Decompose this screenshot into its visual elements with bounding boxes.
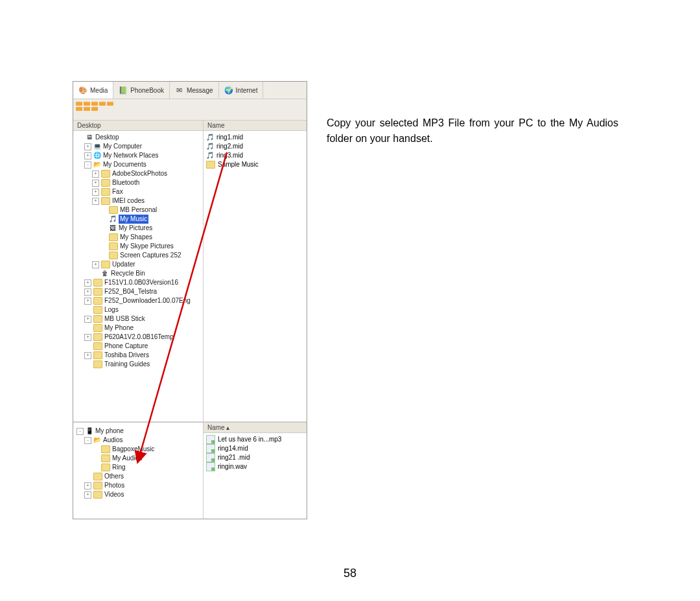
folder-icon bbox=[93, 306, 102, 314]
tree-node[interactable]: +Toshiba Drivers bbox=[75, 351, 202, 360]
expand-toggle-icon[interactable]: + bbox=[84, 279, 91, 287]
folder-icon bbox=[93, 297, 102, 305]
tree-node[interactable]: +🌐My Network Places bbox=[75, 151, 202, 160]
tree-node[interactable]: 🎵My Music bbox=[75, 215, 202, 224]
tab-media-label: Media bbox=[90, 87, 108, 94]
expand-toggle-icon[interactable]: + bbox=[92, 180, 99, 187]
message-icon: ✉ bbox=[175, 86, 184, 95]
tree-node[interactable]: +Bluetooth bbox=[75, 178, 202, 187]
folder-icon bbox=[93, 351, 102, 359]
tab-internet-label: Internet bbox=[236, 87, 258, 94]
file-name: ring2.mid bbox=[216, 142, 243, 151]
folder-icon bbox=[101, 261, 110, 268]
tree-node[interactable]: MB Personal bbox=[75, 206, 202, 215]
tree-node[interactable]: My Skype Pictures bbox=[75, 242, 202, 251]
tree-node[interactable]: Phone Capture bbox=[75, 342, 202, 351]
folder-icon bbox=[93, 473, 102, 480]
tab-phonebook[interactable]: 📗 PhoneBook bbox=[113, 82, 170, 99]
tree-label: My phone bbox=[95, 427, 124, 436]
tree-node[interactable]: +Updater bbox=[75, 260, 202, 269]
tree-label: Ring bbox=[112, 463, 126, 472]
phone-tree[interactable]: -📱My phone-📂AudiosBagpoxeMusicMy AudiosR… bbox=[73, 423, 203, 501]
tree-node[interactable]: +IMEI codes bbox=[75, 196, 202, 206]
expand-toggle-icon[interactable]: - bbox=[76, 428, 84, 435]
tree-node[interactable]: BagpoxeMusic bbox=[75, 445, 202, 454]
folder-icon bbox=[93, 482, 102, 489]
file-name: ring21 .mid bbox=[218, 453, 250, 462]
expand-toggle-icon[interactable]: + bbox=[84, 334, 91, 341]
tree-label: Bluetooth bbox=[112, 178, 139, 187]
expand-toggle-icon[interactable]: + bbox=[84, 316, 91, 323]
phone-file-list-header[interactable]: Name ▴ bbox=[204, 423, 307, 433]
audio-file-icon bbox=[206, 462, 215, 471]
expand-toggle-icon[interactable]: + bbox=[84, 482, 91, 489]
tree-label: My Pictures bbox=[119, 224, 152, 233]
tree-node[interactable]: +MB USB Stick bbox=[75, 314, 202, 324]
tree-label: F252_B04_Telstra bbox=[104, 287, 157, 296]
file-item[interactable]: 🎵ring1.mid bbox=[206, 133, 304, 142]
tree-node[interactable]: +Fax bbox=[75, 187, 202, 196]
tab-internet[interactable]: 🌍 Internet bbox=[219, 82, 264, 99]
expand-toggle-icon[interactable]: + bbox=[84, 491, 91, 499]
tree-label: MB USB Stick bbox=[104, 314, 145, 324]
tree-node[interactable]: -📱My phone bbox=[75, 427, 202, 436]
tree-node[interactable]: +F151V1.0.0B03Version16 bbox=[75, 278, 202, 287]
file-item[interactable]: ring21 .mid bbox=[206, 453, 304, 462]
tree-node[interactable]: Others bbox=[75, 472, 202, 481]
file-item[interactable]: Let us have 6 in...mp3 bbox=[206, 435, 304, 444]
tab-message[interactable]: ✉ Message bbox=[170, 82, 219, 99]
file-name: ring3.mid bbox=[216, 151, 243, 160]
folder-icon bbox=[109, 233, 118, 241]
file-item[interactable]: ringin.wav bbox=[206, 462, 304, 471]
tree-node[interactable]: Training Guides bbox=[75, 360, 202, 369]
tree-label: Updater bbox=[112, 260, 135, 269]
tree-node[interactable]: +Photos bbox=[75, 481, 202, 490]
file-item[interactable]: 🎵ring2.mid bbox=[206, 142, 304, 151]
tree-node[interactable]: 🖥Desktop bbox=[75, 133, 202, 142]
expand-toggle-icon[interactable]: + bbox=[84, 289, 91, 296]
tree-node[interactable]: Screen Captures 252 bbox=[75, 251, 202, 260]
tree-node[interactable]: My Shapes bbox=[75, 233, 202, 242]
tree-node[interactable]: Ring bbox=[75, 463, 202, 472]
file-list-bottom[interactable]: Let us have 6 in...mp3ring14.midring21 .… bbox=[204, 433, 307, 473]
tree-node[interactable]: 🖼My Pictures bbox=[75, 224, 202, 233]
music-file-icon: 🎵 bbox=[206, 152, 214, 159]
item-icon: 🎵 bbox=[109, 215, 117, 223]
tree-node[interactable]: My Phone bbox=[75, 324, 202, 333]
expand-toggle-icon[interactable]: + bbox=[84, 143, 91, 150]
expand-toggle-icon[interactable]: - bbox=[84, 161, 91, 169]
expand-toggle-icon[interactable]: + bbox=[84, 152, 91, 159]
file-item[interactable]: ring14.mid bbox=[206, 444, 304, 453]
file-name: Let us have 6 in...mp3 bbox=[218, 435, 281, 444]
expand-toggle-icon[interactable]: + bbox=[92, 171, 99, 178]
tree-label: Desktop bbox=[95, 133, 119, 142]
tab-media[interactable]: 🎨 Media bbox=[73, 82, 113, 99]
expand-toggle-icon[interactable]: + bbox=[84, 298, 91, 305]
file-item[interactable]: 🎵ring3.mid bbox=[206, 151, 304, 160]
tree-node[interactable]: +💻My Computer bbox=[75, 142, 202, 151]
tree-node[interactable]: +F252_Downloader1.00.07Eng bbox=[75, 296, 202, 305]
file-list-top[interactable]: 🎵ring1.mid🎵ring2.mid🎵ring3.midSample Mus… bbox=[204, 131, 307, 171]
tree-node[interactable]: Logs bbox=[75, 305, 202, 314]
expand-toggle-icon[interactable]: - bbox=[84, 437, 91, 444]
tree-node[interactable]: -📂My Documents bbox=[75, 160, 202, 169]
expand-toggle-icon[interactable]: + bbox=[92, 261, 99, 268]
desktop-tree[interactable]: 🖥Desktop+💻My Computer+🌐My Network Places… bbox=[73, 131, 203, 371]
tree-node[interactable]: +AdobeStockPhotos bbox=[75, 169, 202, 178]
tree-node[interactable]: +Videos bbox=[75, 490, 202, 499]
file-item[interactable]: Sample Music bbox=[206, 160, 304, 169]
folder-icon bbox=[101, 445, 110, 453]
expand-toggle-icon[interactable]: + bbox=[92, 189, 99, 196]
tree-node[interactable]: +P620A1V2.0.0B16Temp bbox=[75, 333, 202, 342]
tree-node[interactable]: 🗑Recycle Bin bbox=[75, 269, 202, 278]
expand-toggle-icon[interactable]: + bbox=[92, 198, 99, 205]
folder-icon bbox=[93, 324, 102, 332]
tree-label: My Shapes bbox=[120, 233, 152, 242]
tree-node[interactable]: +F252_B04_Telstra bbox=[75, 287, 202, 296]
tree-node[interactable]: -📂Audios bbox=[75, 436, 202, 445]
tree-node[interactable]: My Audios bbox=[75, 454, 202, 463]
file-list-header[interactable]: Name bbox=[204, 121, 307, 131]
expand-toggle-icon[interactable]: + bbox=[84, 352, 91, 359]
folder-icon bbox=[93, 279, 102, 287]
audio-file-icon bbox=[206, 444, 215, 453]
